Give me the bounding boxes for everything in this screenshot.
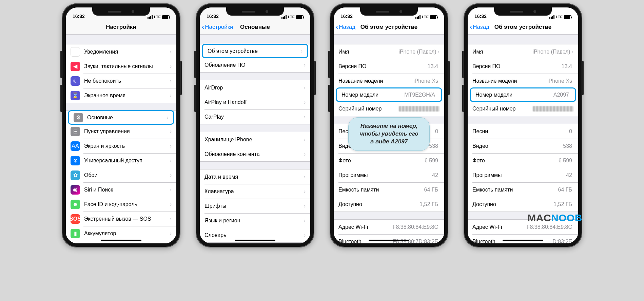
status-time: 16:32 xyxy=(73,14,85,19)
chevron-right-icon: › xyxy=(170,187,172,193)
chevron-right-icon: › xyxy=(170,216,172,222)
phone-2: 16:32 LTE ‹ Настройки Основные Об этом у… xyxy=(196,3,314,247)
row-label: Язык и регион xyxy=(204,218,304,224)
row-label: Основные xyxy=(87,115,167,121)
status-network: LTE xyxy=(154,15,161,19)
back-button[interactable]: ‹ Назад xyxy=(470,23,489,31)
settings-row[interactable]: ◀Звуки, тактильные сигналы› xyxy=(66,59,176,74)
chevron-right-icon: › xyxy=(304,174,306,180)
chevron-right-icon: › xyxy=(304,203,306,209)
about-row: Фото6 599 xyxy=(468,153,578,168)
about-row: Видео538 xyxy=(468,139,578,153)
row-label: Имя xyxy=(472,49,532,55)
settings-row[interactable]: ▮Аккумулятор› xyxy=(66,226,176,241)
general-row[interactable]: AirDrop› xyxy=(200,80,310,95)
chevron-right-icon: › xyxy=(304,62,306,68)
row-icon: ☾ xyxy=(71,76,80,86)
back-button[interactable]: ‹ Назад xyxy=(336,23,355,31)
about-bluetooth-row: BluetoothF8:38:80:7D:83:2E xyxy=(334,234,444,243)
phone-3: 16:32 LTE ‹ Назад Об этом устройстве Имя… xyxy=(330,3,448,247)
about-modelnum-row[interactable]: Номер моделиA2097 xyxy=(470,87,576,102)
settings-row[interactable]: ⊛Универсальный доступ› xyxy=(66,153,176,168)
settings-row[interactable]: ◻Уведомления› xyxy=(66,44,176,59)
row-label: Емкость памяти xyxy=(472,187,558,193)
row-value: F8:38:80:84:E9:8C xyxy=(393,224,438,230)
row-label: CarPlay xyxy=(204,114,304,120)
phone-1: 16:32 LTE Настройки ◻Уведомления›◀Звуки,… xyxy=(62,3,180,247)
row-value: A2097 xyxy=(553,92,569,98)
watermark-logo: MACNOOB xyxy=(527,212,582,224)
row-label: Название модели xyxy=(338,78,413,84)
chevron-left-icon: ‹ xyxy=(336,23,338,31)
row-label: Название модели xyxy=(472,78,547,84)
settings-row[interactable]: ⊟Пункт управления› xyxy=(66,124,176,139)
chevron-right-icon: › xyxy=(170,49,172,55)
navbar: ‹ Настройки Основные xyxy=(200,20,310,35)
about-row: Доступно1,52 ГБ xyxy=(468,197,578,212)
chevron-left-icon: ‹ xyxy=(470,23,472,31)
chevron-right-icon: › xyxy=(304,99,306,105)
settings-row[interactable]: SOSЭкстренный вызов — SOS› xyxy=(66,212,176,226)
about-version-row: Версия ПО13.4 xyxy=(334,59,444,74)
row-label: Об этом устройстве xyxy=(208,48,301,54)
back-button[interactable]: ‹ Настройки xyxy=(202,23,233,31)
general-row[interactable]: Об этом устройстве› xyxy=(202,44,308,58)
row-value: 13.4 xyxy=(428,63,438,69)
general-row[interactable]: Хранилище iPhone› xyxy=(200,132,310,147)
settings-row[interactable]: ☾Не беспокоить› xyxy=(66,74,176,88)
row-label: Словарь xyxy=(204,232,304,238)
general-row[interactable]: Шрифты› xyxy=(200,199,310,213)
general-row[interactable]: Язык и регион› xyxy=(200,213,310,228)
row-label: Адрес Wi-Fi xyxy=(472,224,527,230)
general-row[interactable]: Обновление контента› xyxy=(200,147,310,161)
settings-list[interactable]: ◻Уведомления›◀Звуки, тактильные сигналы›… xyxy=(66,35,176,243)
navbar: Настройки xyxy=(66,20,176,35)
general-row[interactable]: Клавиатура› xyxy=(200,184,310,199)
about-version-row: Версия ПО13.4 xyxy=(468,59,578,74)
home-indicator[interactable] xyxy=(235,240,275,241)
row-label: Универсальный доступ xyxy=(84,158,170,164)
row-label: Версия ПО xyxy=(338,63,428,69)
row-icon: SOS xyxy=(71,214,80,224)
row-label: Пункт управления xyxy=(84,128,170,135)
row-label: Face ID и код-пароль xyxy=(84,201,170,207)
about-modelnum-row[interactable]: Номер моделиMT9E2GH/A xyxy=(336,87,442,102)
chevron-right-icon: › xyxy=(170,93,172,99)
settings-row[interactable]: ⌛Экранное время› xyxy=(66,88,176,103)
home-indicator[interactable] xyxy=(503,240,543,241)
row-value: 64 ГБ xyxy=(558,187,572,193)
signal-icon xyxy=(148,15,153,19)
about-name-row[interactable]: ИмяiPhone (Павел)› xyxy=(334,44,444,59)
notch xyxy=(226,7,284,16)
row-label: Дата и время xyxy=(204,174,304,180)
row-label: Siri и Поиск xyxy=(84,187,170,193)
about-name-row[interactable]: ИмяiPhone (Павел)› xyxy=(468,44,578,59)
row-label: Доступно xyxy=(338,201,419,207)
home-indicator[interactable] xyxy=(369,240,409,241)
general-list[interactable]: Об этом устройстве›Обновление ПО›AirDrop… xyxy=(200,35,310,243)
settings-row[interactable]: AAЭкран и яркость› xyxy=(66,139,176,153)
general-row[interactable]: CarPlay› xyxy=(200,109,310,124)
row-label: Обои xyxy=(84,172,170,178)
chevron-right-icon: › xyxy=(438,49,440,55)
signal-icon xyxy=(281,15,287,19)
general-row[interactable]: Обновление ПО› xyxy=(200,58,310,72)
settings-row[interactable]: ✿Обои› xyxy=(66,168,176,182)
row-value: 0 xyxy=(569,128,572,135)
chevron-right-icon: › xyxy=(170,143,172,149)
about-row: Емкость памяти64 ГБ xyxy=(334,182,444,197)
home-indicator[interactable] xyxy=(101,240,141,241)
row-value: F8:38:80:84:E9:8C xyxy=(527,224,572,230)
settings-row[interactable]: ☻Face ID и код-пароль› xyxy=(66,197,176,212)
page-title: Об этом устройстве xyxy=(360,24,418,31)
row-value: iPhone (Павел) xyxy=(532,49,570,55)
row-label: Обновление ПО xyxy=(204,62,304,68)
settings-row[interactable]: ⚙Основные› xyxy=(68,110,174,125)
about-wifi-row: Адрес Wi-FiF8:38:80:84:E9:8C xyxy=(334,220,444,234)
settings-row[interactable]: ◉Siri и Поиск› xyxy=(66,182,176,197)
row-label: Емкость памяти xyxy=(338,187,424,193)
general-row[interactable]: AirPlay и Handoff› xyxy=(200,95,310,109)
row-value: iPhone Xs xyxy=(413,78,438,84)
chevron-right-icon: › xyxy=(304,188,306,195)
general-row[interactable]: Дата и время› xyxy=(200,169,310,184)
